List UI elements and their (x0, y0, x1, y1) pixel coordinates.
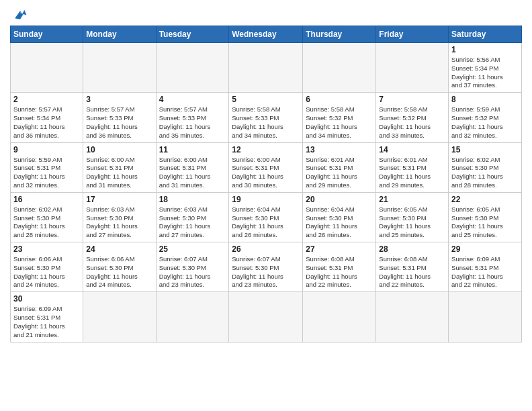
calendar-cell: 5Sunrise: 5:58 AM Sunset: 5:33 PM Daylig… (229, 93, 303, 142)
day-info: Sunrise: 6:02 AM Sunset: 5:30 PM Dayligh… (451, 156, 519, 190)
calendar-cell: 3Sunrise: 5:57 AM Sunset: 5:33 PM Daylig… (83, 93, 156, 142)
page: SundayMondayTuesdayWednesdayThursdayFrid… (0, 0, 532, 349)
calendar-cell (11, 43, 83, 93)
calendar-cell: 16Sunrise: 6:02 AM Sunset: 5:30 PM Dayli… (11, 192, 83, 242)
day-number: 1 (451, 45, 519, 54)
day-number: 3 (86, 95, 152, 104)
calendar-week-row: 23Sunrise: 6:06 AM Sunset: 5:30 PM Dayli… (11, 242, 522, 292)
day-number: 12 (232, 145, 300, 154)
day-info: Sunrise: 6:05 AM Sunset: 5:30 PM Dayligh… (451, 205, 519, 240)
calendar-cell: 6Sunrise: 5:58 AM Sunset: 5:32 PM Daylig… (303, 93, 376, 142)
logo-text (10, 7, 29, 21)
calendar-cell: 20Sunrise: 6:04 AM Sunset: 5:30 PM Dayli… (303, 192, 376, 242)
day-number: 6 (306, 95, 373, 104)
calendar-cell (83, 43, 156, 93)
day-info: Sunrise: 5:59 AM Sunset: 5:31 PM Dayligh… (13, 156, 80, 190)
day-info: Sunrise: 6:00 AM Sunset: 5:31 PM Dayligh… (232, 156, 300, 190)
calendar-cell: 25Sunrise: 6:07 AM Sunset: 5:30 PM Dayli… (156, 242, 229, 292)
weekday-header-monday: Monday (83, 26, 156, 43)
calendar-cell: 29Sunrise: 6:09 AM Sunset: 5:31 PM Dayli… (449, 242, 522, 292)
day-number: 19 (232, 195, 300, 204)
calendar-cell: 27Sunrise: 6:08 AM Sunset: 5:31 PM Dayli… (303, 242, 376, 292)
calendar-cell: 8Sunrise: 5:59 AM Sunset: 5:32 PM Daylig… (449, 93, 522, 142)
calendar-cell: 14Sunrise: 6:01 AM Sunset: 5:31 PM Dayli… (376, 142, 449, 192)
calendar-cell: 11Sunrise: 6:00 AM Sunset: 5:31 PM Dayli… (156, 142, 229, 192)
day-info: Sunrise: 6:03 AM Sunset: 5:30 PM Dayligh… (159, 205, 226, 240)
calendar-cell (229, 292, 303, 342)
day-info: Sunrise: 6:08 AM Sunset: 5:31 PM Dayligh… (306, 255, 373, 289)
day-info: Sunrise: 6:04 AM Sunset: 5:30 PM Dayligh… (306, 205, 373, 240)
calendar-week-row: 2Sunrise: 5:57 AM Sunset: 5:34 PM Daylig… (11, 93, 522, 142)
day-number: 15 (451, 145, 519, 154)
calendar-cell (449, 292, 522, 342)
day-info: Sunrise: 6:04 AM Sunset: 5:30 PM Dayligh… (232, 205, 300, 240)
day-number: 24 (86, 244, 152, 254)
calendar-cell: 10Sunrise: 6:00 AM Sunset: 5:31 PM Dayli… (83, 142, 156, 192)
calendar-cell (83, 292, 156, 342)
day-info: Sunrise: 6:03 AM Sunset: 5:30 PM Dayligh… (86, 205, 152, 240)
calendar-cell: 15Sunrise: 6:02 AM Sunset: 5:30 PM Dayli… (449, 142, 522, 192)
logo-bird-icon (13, 7, 28, 21)
calendar-table: SundayMondayTuesdayWednesdayThursdayFrid… (10, 26, 522, 342)
calendar-cell: 21Sunrise: 6:05 AM Sunset: 5:30 PM Dayli… (376, 192, 449, 242)
day-info: Sunrise: 6:06 AM Sunset: 5:30 PM Dayligh… (86, 255, 152, 289)
day-info: Sunrise: 5:57 AM Sunset: 5:34 PM Dayligh… (13, 105, 80, 140)
header (10, 7, 522, 21)
calendar-cell: 9Sunrise: 5:59 AM Sunset: 5:31 PM Daylig… (11, 142, 83, 192)
day-info: Sunrise: 6:02 AM Sunset: 5:30 PM Dayligh… (13, 205, 80, 240)
calendar-cell: 7Sunrise: 5:58 AM Sunset: 5:32 PM Daylig… (376, 93, 449, 142)
day-number: 23 (13, 244, 80, 254)
day-number: 21 (379, 195, 445, 204)
calendar-cell: 17Sunrise: 6:03 AM Sunset: 5:30 PM Dayli… (83, 192, 156, 242)
day-info: Sunrise: 5:56 AM Sunset: 5:34 PM Dayligh… (451, 56, 519, 90)
calendar-cell: 12Sunrise: 6:00 AM Sunset: 5:31 PM Dayli… (229, 142, 303, 192)
weekday-header-sunday: Sunday (11, 26, 83, 43)
calendar-cell (229, 43, 303, 93)
day-info: Sunrise: 6:01 AM Sunset: 5:31 PM Dayligh… (379, 156, 445, 190)
day-info: Sunrise: 6:07 AM Sunset: 5:30 PM Dayligh… (159, 255, 226, 289)
calendar-cell (303, 43, 376, 93)
day-number: 7 (379, 95, 445, 104)
calendar-cell (303, 292, 376, 342)
day-number: 26 (232, 244, 300, 254)
day-number: 28 (379, 244, 445, 254)
day-number: 2 (13, 95, 80, 104)
calendar-cell (156, 292, 229, 342)
day-number: 17 (86, 195, 152, 204)
day-info: Sunrise: 6:09 AM Sunset: 5:31 PM Dayligh… (13, 305, 80, 339)
day-number: 30 (13, 294, 80, 304)
day-info: Sunrise: 5:58 AM Sunset: 5:32 PM Dayligh… (306, 105, 373, 140)
day-number: 29 (451, 244, 519, 254)
calendar-cell: 30Sunrise: 6:09 AM Sunset: 5:31 PM Dayli… (11, 292, 83, 342)
day-number: 20 (306, 195, 373, 204)
calendar-week-row: 1Sunrise: 5:56 AM Sunset: 5:34 PM Daylig… (11, 43, 522, 93)
logo-area (10, 7, 29, 21)
day-info: Sunrise: 6:00 AM Sunset: 5:31 PM Dayligh… (86, 156, 152, 190)
day-number: 16 (13, 195, 80, 204)
svg-marker-0 (15, 10, 26, 19)
day-info: Sunrise: 6:06 AM Sunset: 5:30 PM Dayligh… (13, 255, 80, 289)
day-number: 27 (306, 244, 373, 254)
calendar-cell: 4Sunrise: 5:57 AM Sunset: 5:33 PM Daylig… (156, 93, 229, 142)
weekday-header-row: SundayMondayTuesdayWednesdayThursdayFrid… (11, 26, 522, 43)
calendar-cell (376, 43, 449, 93)
day-number: 4 (159, 95, 226, 104)
day-number: 10 (86, 145, 152, 154)
calendar-cell: 24Sunrise: 6:06 AM Sunset: 5:30 PM Dayli… (83, 242, 156, 292)
day-number: 11 (159, 145, 226, 154)
weekday-header-tuesday: Tuesday (156, 26, 229, 43)
weekday-header-wednesday: Wednesday (229, 26, 303, 43)
calendar-cell: 1Sunrise: 5:56 AM Sunset: 5:34 PM Daylig… (449, 43, 522, 93)
weekday-header-saturday: Saturday (449, 26, 522, 43)
day-number: 22 (451, 195, 519, 204)
day-info: Sunrise: 5:58 AM Sunset: 5:32 PM Dayligh… (379, 105, 445, 140)
calendar-cell: 28Sunrise: 6:08 AM Sunset: 5:31 PM Dayli… (376, 242, 449, 292)
day-info: Sunrise: 5:57 AM Sunset: 5:33 PM Dayligh… (159, 105, 226, 140)
calendar-cell: 23Sunrise: 6:06 AM Sunset: 5:30 PM Dayli… (11, 242, 83, 292)
weekday-header-friday: Friday (376, 26, 449, 43)
day-info: Sunrise: 5:57 AM Sunset: 5:33 PM Dayligh… (86, 105, 152, 140)
calendar-cell (376, 292, 449, 342)
calendar-cell (156, 43, 229, 93)
day-info: Sunrise: 6:00 AM Sunset: 5:31 PM Dayligh… (159, 156, 226, 190)
day-info: Sunrise: 6:01 AM Sunset: 5:31 PM Dayligh… (306, 156, 373, 190)
